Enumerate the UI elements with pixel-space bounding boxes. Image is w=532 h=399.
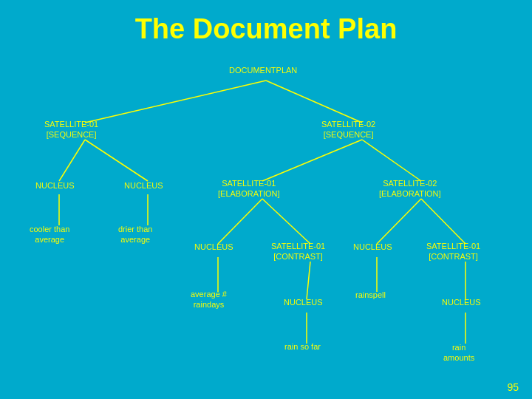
diagram-area: DOCUMENTPLAN SATELLITE-01[SEQUENCE] SATE… xyxy=(0,52,532,370)
label-nucleus4: NUCLEUS xyxy=(284,298,323,307)
label-rainspell: rainspell xyxy=(355,290,386,299)
svg-line-2 xyxy=(59,140,85,181)
svg-line-6 xyxy=(262,140,362,181)
label-nucleus3: NUCLEUS xyxy=(194,242,233,251)
svg-line-14 xyxy=(421,199,466,244)
svg-line-0 xyxy=(85,81,266,123)
label-drier: drier thanaverage xyxy=(118,224,152,245)
label-sat01-elab: SATELLITE-01[ELABORATION] xyxy=(218,178,280,200)
svg-line-11 xyxy=(307,262,310,299)
svg-line-8 xyxy=(218,199,262,244)
label-nucleus1: NUCLEUS xyxy=(35,181,75,190)
page-number: 95 xyxy=(507,381,519,393)
label-rain-so-far: rain so far xyxy=(284,342,321,351)
label-nucleus2: NUCLEUS xyxy=(124,181,163,190)
label-sat01-cont2: SATELLITE-01[CONTRAST] xyxy=(426,241,480,262)
label-nucleus5: NUCLEUS xyxy=(353,242,392,251)
label-rain-amounts: rainamounts xyxy=(443,342,474,364)
label-nucleus6: NUCLEUS xyxy=(442,298,481,307)
tree-svg xyxy=(0,52,532,370)
label-cooler: cooler thanaverage xyxy=(30,224,69,245)
label-sat01-seq: SATELLITE-01[SEQUENCE] xyxy=(44,119,98,140)
svg-line-1 xyxy=(266,81,362,123)
svg-line-13 xyxy=(377,199,421,244)
label-documentplan: DOCUMENTPLAN xyxy=(229,66,297,75)
title: The Document Plan xyxy=(0,0,532,52)
svg-line-3 xyxy=(85,140,148,181)
label-sat01-cont1: SATELLITE-01[CONTRAST] xyxy=(271,241,325,262)
label-sat02-elab: SATELLITE-02[ELABORATION] xyxy=(379,178,441,200)
label-sat02-seq: SATELLITE-02[SEQUENCE] xyxy=(321,119,375,140)
svg-line-7 xyxy=(362,140,421,181)
svg-line-9 xyxy=(262,199,310,244)
label-avg-rain: average #raindays xyxy=(191,289,227,310)
